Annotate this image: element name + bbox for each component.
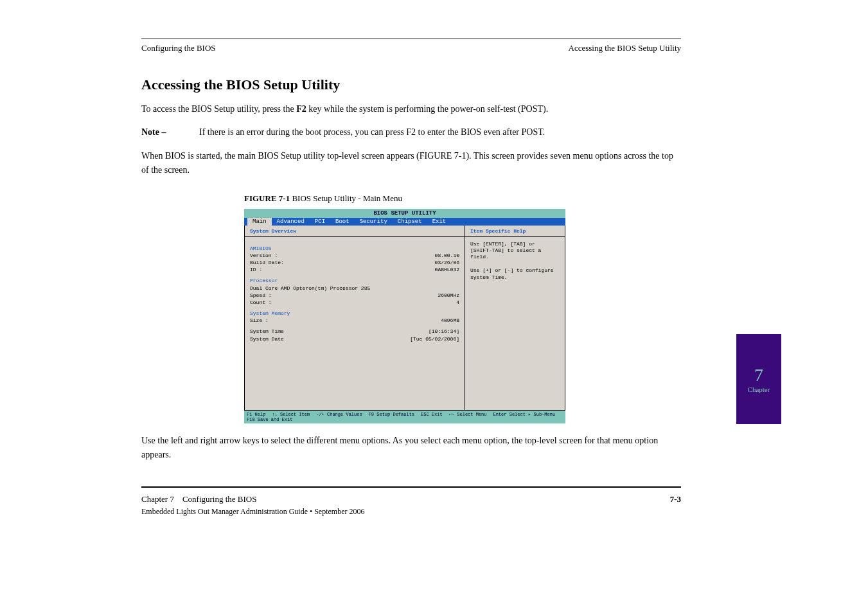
paragraph-2: When BIOS is started, the main BIOS Setu…	[141, 149, 681, 178]
bios-left-header: System Overview	[245, 226, 465, 236]
footer-page: 7-3	[670, 494, 681, 504]
chapter-tab: 7 Chapter	[736, 334, 781, 424]
header-left: Configuring the BIOS	[141, 43, 216, 53]
tab-exit[interactable]: Exit	[427, 218, 452, 226]
header-right: Accessing the BIOS Setup Utility	[569, 43, 682, 53]
bios-footer: F1 Help ↑↓ Select Item -/+ Change Values…	[244, 411, 565, 423]
tab-chipset[interactable]: Chipset	[393, 218, 427, 226]
bios-title: BIOS SETUP UTILITY	[244, 209, 565, 218]
note-text: If there is an error during the boot pro…	[199, 127, 545, 137]
trailing-paragraph: Use the left and right arrow keys to sel…	[141, 434, 681, 463]
tab-pci[interactable]: PCI	[310, 218, 330, 226]
figure-caption: FIGURE 7-1 BIOS Setup Utility - Main Men…	[141, 193, 681, 204]
system-date-field[interactable]: [Tue 05/02/2006]	[410, 335, 459, 342]
note-block: Note – If there is an error during the b…	[141, 125, 681, 139]
intro-paragraph: To access the BIOS Setup utility, press …	[141, 102, 681, 116]
footer-title: Configuring the BIOS	[182, 494, 257, 504]
tab-boot[interactable]: Boot	[330, 218, 355, 226]
tab-security[interactable]: Security	[355, 218, 393, 226]
tab-main[interactable]: Main	[244, 218, 272, 226]
footer-doc: Embedded Lights Out Manager Administrati…	[141, 507, 681, 517]
note-label: Note –	[141, 125, 166, 139]
footer-chapter: Chapter 7	[141, 494, 174, 504]
system-time-field[interactable]: [10:16:34]	[429, 328, 459, 335]
section-heading: Accessing the BIOS Setup Utility	[141, 76, 681, 93]
bios-right-header: Item Specific Help	[465, 226, 565, 236]
tab-advanced[interactable]: Advanced	[272, 218, 310, 226]
bios-help-panel: Use [ENTER], [TAB] or [SHIFT-TAB] to sel…	[465, 237, 565, 410]
bios-tabs: Main Advanced PCI Boot Security Chipset …	[244, 218, 565, 226]
bios-screenshot: BIOS SETUP UTILITY Main Advanced PCI Boo…	[244, 209, 565, 423]
bios-left-panel: AMIBIOS Version :08.00.10 Build Date:03/…	[245, 237, 465, 410]
